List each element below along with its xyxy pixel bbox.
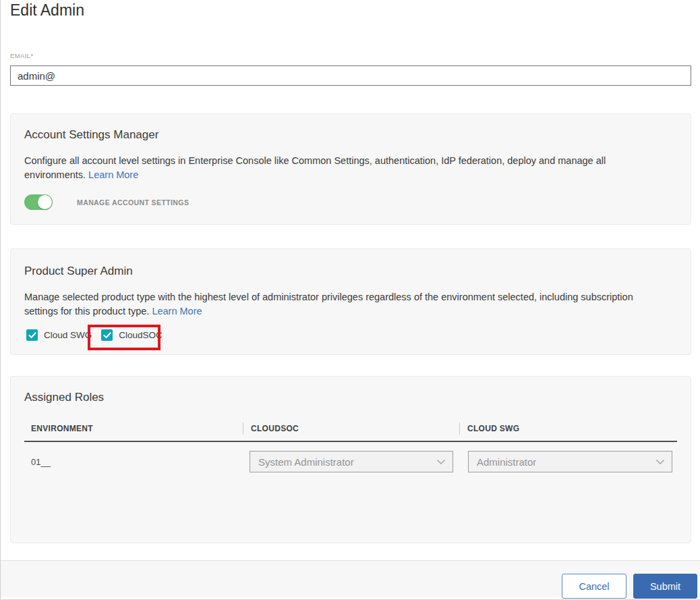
cloudsoc-role-value: System Administrator (258, 456, 354, 468)
assigned-roles-table: ENVIRONMENT CLOUDSOC CLOUD SWG 01__ Syst… (24, 422, 677, 472)
cloudsoc-role-dropdown[interactable]: System Administrator (250, 451, 453, 472)
check-icon (103, 332, 111, 339)
cloud-swg-checkbox-label: Cloud SWG (44, 330, 92, 340)
cancel-button[interactable]: Cancel (562, 574, 626, 599)
footer-buttons: Cancel Submit (562, 574, 697, 599)
submit-button[interactable]: Submit (633, 574, 697, 599)
assigned-roles-header-row: ENVIRONMENT CLOUDSOC CLOUD SWG (24, 422, 677, 442)
column-header-environment: ENVIRONMENT (24, 422, 243, 435)
assigned-roles-section: Assigned Roles ENVIRONMENT CLOUDSOC CLOU… (10, 376, 691, 543)
account-settings-description: Configure all account level settings in … (24, 154, 662, 182)
manage-account-settings-row: MANAGE ACCOUNT SETTINGS (24, 194, 677, 210)
checkbox-checked-icon (101, 329, 113, 341)
chevron-down-icon (655, 459, 665, 465)
account-settings-section: Account Settings Manager Configure all a… (10, 113, 691, 225)
account-settings-learn-more-link[interactable]: Learn More (88, 169, 138, 180)
chevron-down-icon (436, 459, 446, 465)
product-super-admin-description: Manage selected product type with the hi… (24, 290, 662, 319)
cloud-swg-role-dropdown[interactable]: Administrator (468, 451, 672, 472)
environment-value: 01__ (31, 457, 51, 467)
product-super-admin-description-text: Manage selected product type with the hi… (24, 292, 633, 317)
edit-admin-panel: Edit Admin EMAIL* Account Settings Manag… (0, 0, 700, 600)
table-row: 01__ System Administrator Administrator (24, 451, 677, 472)
column-header-cloud-swg: CLOUD SWG (459, 422, 677, 435)
checkbox-checked-icon (26, 329, 38, 341)
assigned-roles-title: Assigned Roles (24, 390, 677, 405)
product-super-admin-learn-more-link[interactable]: Learn More (152, 306, 202, 317)
page-title: Edit Admin (10, 1, 84, 20)
product-super-admin-title: Product Super Admin (24, 264, 677, 279)
toggle-knob (38, 195, 52, 209)
manage-account-settings-toggle[interactable] (24, 194, 53, 210)
column-header-cloudsoc: CLOUDSOC (243, 422, 459, 435)
cloud-swg-role-value: Administrator (477, 456, 536, 468)
email-field[interactable] (10, 65, 691, 86)
product-checkbox-row: Cloud SWG CloudSOC (26, 329, 677, 341)
manage-account-settings-label: MANAGE ACCOUNT SETTINGS (77, 198, 189, 207)
cloudsoc-checkbox[interactable]: CloudSOC (101, 329, 163, 341)
cloudsoc-checkbox-label: CloudSOC (119, 330, 163, 340)
account-settings-title: Account Settings Manager (24, 128, 677, 142)
footer-bar: Cancel Submit (1, 560, 700, 597)
email-label: EMAIL* (10, 52, 34, 59)
product-super-admin-section: Product Super Admin Manage selected prod… (10, 248, 691, 355)
check-icon (28, 332, 36, 339)
cloud-swg-checkbox[interactable]: Cloud SWG (26, 329, 92, 341)
